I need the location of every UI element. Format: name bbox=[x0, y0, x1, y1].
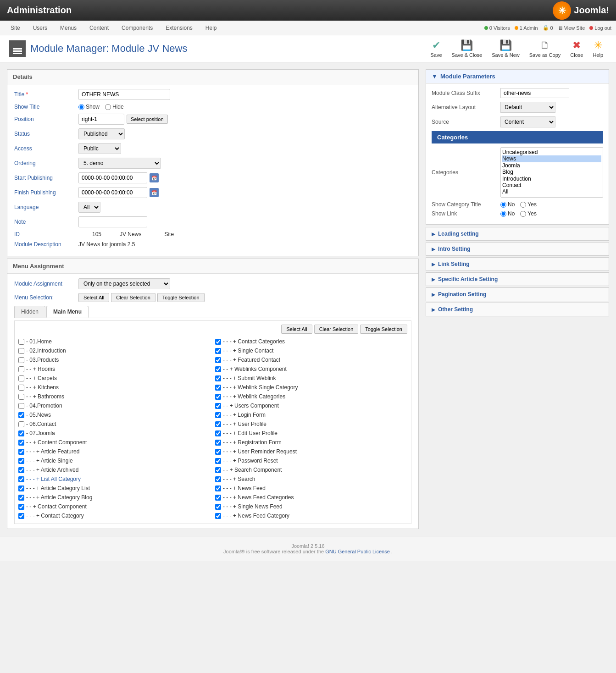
hide-radio[interactable] bbox=[105, 104, 111, 110]
menu-checkbox[interactable] bbox=[18, 385, 24, 391]
close-button[interactable]: ✖ Close bbox=[566, 38, 587, 60]
menu-checkbox[interactable] bbox=[18, 403, 24, 409]
menu-checkbox[interactable] bbox=[215, 504, 221, 510]
show-cat-title-yes-label[interactable]: Yes bbox=[520, 201, 537, 208]
nav-item-help[interactable]: Help bbox=[200, 22, 223, 34]
menu-checkbox[interactable] bbox=[215, 513, 221, 519]
menu-checkbox[interactable] bbox=[18, 458, 24, 464]
collapsible-header[interactable]: ▶Other Setting bbox=[426, 303, 609, 316]
menu-checkbox[interactable] bbox=[215, 357, 221, 363]
menu-checkbox[interactable] bbox=[215, 385, 221, 391]
start-publishing-input[interactable] bbox=[78, 172, 147, 183]
start-calendar-icon[interactable]: 📅 bbox=[150, 173, 159, 182]
show-link-no-radio[interactable] bbox=[500, 211, 506, 217]
inner-toggle-button[interactable]: Toggle Selection bbox=[360, 325, 407, 334]
menu-checkbox[interactable] bbox=[18, 513, 24, 519]
menu-checkbox[interactable] bbox=[18, 440, 24, 446]
menu-checkbox[interactable] bbox=[18, 348, 24, 354]
source-select[interactable]: Content bbox=[500, 116, 555, 127]
show-cat-title-yes-radio[interactable] bbox=[520, 202, 526, 208]
inner-select-all-button[interactable]: Select All bbox=[281, 325, 312, 334]
menu-checkbox[interactable] bbox=[18, 430, 24, 436]
menu-checkbox[interactable] bbox=[215, 348, 221, 354]
view-site-button[interactable]: 🖥 View Site bbox=[558, 25, 585, 31]
select-all-button[interactable]: Select All bbox=[78, 293, 109, 302]
nav-item-site[interactable]: Site bbox=[5, 22, 26, 34]
menu-checkbox[interactable] bbox=[215, 467, 221, 473]
show-radio[interactable] bbox=[78, 104, 84, 110]
menu-checkbox[interactable] bbox=[215, 458, 221, 464]
collapsible-header[interactable]: ▶Link Setting bbox=[426, 258, 609, 270]
menu-checkbox[interactable] bbox=[18, 449, 24, 455]
collapsible-header[interactable]: ▶Intro Setting bbox=[426, 243, 609, 255]
categories-listbox[interactable]: Uncategorised News Joomla Blog Introduct… bbox=[500, 147, 603, 198]
collapsible-header[interactable]: ▶Pagination Setting bbox=[426, 288, 609, 301]
menu-checkbox[interactable] bbox=[215, 440, 221, 446]
note-input[interactable] bbox=[78, 216, 147, 227]
menu-checkbox[interactable] bbox=[18, 476, 24, 482]
menu-checkbox[interactable] bbox=[18, 421, 24, 427]
language-select[interactable]: All bbox=[78, 202, 100, 213]
select-position-button[interactable]: Select position bbox=[127, 115, 168, 124]
menu-checkbox[interactable] bbox=[215, 394, 221, 400]
menu-checkbox[interactable] bbox=[18, 375, 24, 381]
show-link-yes-radio[interactable] bbox=[520, 211, 526, 217]
menu-checkbox[interactable] bbox=[18, 467, 24, 473]
menu-checkbox[interactable] bbox=[215, 339, 221, 345]
menu-checkbox[interactable] bbox=[18, 394, 24, 400]
module-assignment-select[interactable]: Only on the pages selected On all pages … bbox=[78, 278, 170, 289]
menu-checkbox[interactable] bbox=[215, 375, 221, 381]
menu-checkbox[interactable] bbox=[18, 412, 24, 418]
menu-checkbox[interactable] bbox=[215, 449, 221, 455]
show-cat-title-no-label[interactable]: No bbox=[500, 201, 515, 208]
save-close-button[interactable]: 💾 Save & Close bbox=[448, 38, 486, 60]
footer-license-link[interactable]: GNU General Public License bbox=[325, 549, 390, 554]
help-button[interactable]: ✳ Help bbox=[589, 38, 607, 60]
alt-layout-select[interactable]: Default bbox=[500, 102, 555, 113]
status-select[interactable]: Published Unpublished bbox=[78, 128, 125, 139]
menu-checkbox[interactable] bbox=[18, 504, 24, 510]
menu-checkbox[interactable] bbox=[18, 495, 24, 501]
show-link-yes-label[interactable]: Yes bbox=[520, 210, 537, 217]
menu-checkbox[interactable] bbox=[215, 485, 221, 491]
ordering-select[interactable]: 5. demo bbox=[78, 158, 161, 169]
menu-checkbox[interactable] bbox=[215, 430, 221, 436]
module-params-collapse-icon[interactable]: ▼ bbox=[432, 73, 438, 80]
collapsible-header[interactable]: ▶Leading setting bbox=[426, 227, 609, 240]
save-copy-button[interactable]: 🗋 Save as Copy bbox=[526, 38, 564, 60]
tab-main-menu[interactable]: Main Menu bbox=[46, 306, 89, 318]
collapsible-header[interactable]: ▶Specific Article Setting bbox=[426, 273, 609, 286]
menu-checkbox[interactable] bbox=[18, 339, 24, 345]
access-select[interactable]: Public Registered bbox=[78, 143, 121, 154]
save-button[interactable]: ✔ Save bbox=[427, 38, 446, 60]
menu-checkbox[interactable] bbox=[215, 412, 221, 418]
show-link-no-label[interactable]: No bbox=[500, 210, 515, 217]
menu-checkbox[interactable] bbox=[215, 403, 221, 409]
menu-checkbox[interactable] bbox=[18, 357, 24, 363]
menu-checkbox[interactable] bbox=[215, 366, 221, 372]
nav-item-menus[interactable]: Menus bbox=[54, 22, 83, 34]
nav-item-extensions[interactable]: Extensions bbox=[160, 22, 199, 34]
finish-publishing-input[interactable] bbox=[78, 187, 147, 198]
hide-radio-label[interactable]: Hide bbox=[105, 104, 124, 110]
show-radio-label[interactable]: Show bbox=[78, 104, 100, 110]
menu-checkbox[interactable] bbox=[215, 476, 221, 482]
menu-checkbox[interactable] bbox=[18, 485, 24, 491]
inner-clear-button[interactable]: Clear Selection bbox=[314, 325, 359, 334]
save-new-button[interactable]: 💾 Save & New bbox=[488, 38, 523, 60]
finish-calendar-icon[interactable]: 📅 bbox=[150, 188, 159, 197]
title-input[interactable] bbox=[78, 89, 170, 100]
class-suffix-input[interactable] bbox=[500, 88, 569, 98]
position-input[interactable] bbox=[78, 114, 124, 125]
nav-item-content[interactable]: Content bbox=[83, 22, 115, 34]
menu-checkbox[interactable] bbox=[215, 495, 221, 501]
nav-item-users[interactable]: Users bbox=[27, 22, 53, 34]
menu-checkbox[interactable] bbox=[18, 366, 24, 372]
clear-selection-button[interactable]: Clear Selection bbox=[111, 293, 155, 302]
show-cat-title-no-radio[interactable] bbox=[500, 202, 506, 208]
tab-hidden[interactable]: Hidden bbox=[14, 306, 45, 318]
logout-button[interactable]: Log out bbox=[589, 25, 611, 31]
menu-checkbox[interactable] bbox=[215, 421, 221, 427]
toggle-selection-button[interactable]: Toggle Selection bbox=[157, 293, 205, 302]
nav-item-components[interactable]: Components bbox=[116, 22, 159, 34]
